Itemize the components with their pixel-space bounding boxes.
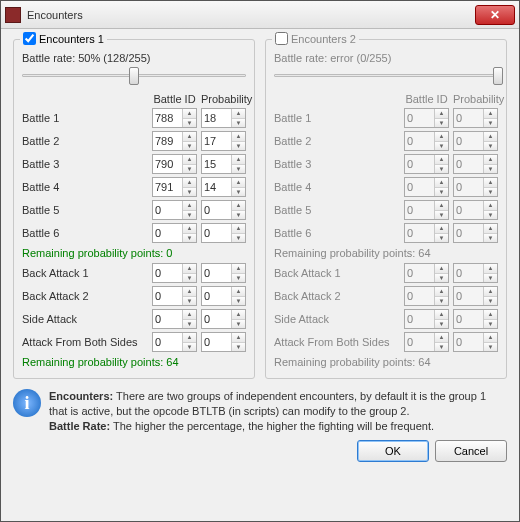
battle-id-stepper[interactable]: ▲ ▼ — [152, 177, 197, 197]
app-icon — [5, 7, 21, 23]
probability-stepper-input[interactable] — [202, 132, 231, 150]
spin-up-icon[interactable]: ▲ — [183, 264, 196, 274]
probability-stepper-input[interactable] — [202, 224, 231, 242]
spin-down-icon[interactable]: ▼ — [232, 320, 245, 329]
spin-down-icon[interactable]: ▼ — [232, 188, 245, 197]
spin-down-icon[interactable]: ▼ — [183, 274, 196, 283]
spin-up-icon[interactable]: ▲ — [232, 178, 245, 188]
battle-id-stepper[interactable]: ▲ ▼ — [152, 154, 197, 174]
probability-stepper-input[interactable] — [202, 264, 231, 282]
group-checkbox[interactable] — [275, 32, 288, 45]
battle-id-stepper-input[interactable] — [153, 178, 182, 196]
probability-stepper-input[interactable] — [202, 201, 231, 219]
spin-down-icon[interactable]: ▼ — [183, 343, 196, 352]
battle-id-stepper-input[interactable] — [153, 109, 182, 127]
spin-up-icon[interactable]: ▲ — [183, 132, 196, 142]
probability-stepper-input — [454, 178, 483, 196]
spin-up-icon[interactable]: ▲ — [183, 201, 196, 211]
spin-up-icon[interactable]: ▲ — [183, 310, 196, 320]
probability-stepper-input[interactable] — [202, 178, 231, 196]
spin-up-icon[interactable]: ▲ — [183, 224, 196, 234]
battle-id-stepper[interactable]: ▲ ▼ — [152, 286, 197, 306]
battle-id-stepper[interactable]: ▲ ▼ — [152, 309, 197, 329]
probability-stepper-input[interactable] — [202, 109, 231, 127]
battle-id-stepper-input[interactable] — [153, 201, 182, 219]
slider-thumb[interactable] — [129, 67, 139, 85]
spin-up-icon[interactable]: ▲ — [232, 109, 245, 119]
spin-down-icon: ▼ — [435, 119, 448, 128]
battle-id-stepper: ▲ ▼ — [404, 131, 449, 151]
battle-id-stepper[interactable]: ▲ ▼ — [152, 263, 197, 283]
probability-stepper[interactable]: ▲ ▼ — [201, 309, 246, 329]
spin-up-icon[interactable]: ▲ — [183, 155, 196, 165]
spin-down-icon[interactable]: ▼ — [183, 297, 196, 306]
probability-stepper[interactable]: ▲ ▼ — [201, 131, 246, 151]
battle-id-stepper-input[interactable] — [153, 132, 182, 150]
battle-id-stepper[interactable]: ▲ ▼ — [152, 200, 197, 220]
spin-up-icon[interactable]: ▲ — [232, 287, 245, 297]
spin-down-icon[interactable]: ▼ — [232, 165, 245, 174]
spin-down-icon[interactable]: ▼ — [232, 274, 245, 283]
battle-rate-slider — [274, 67, 498, 85]
probability-stepper[interactable]: ▲ ▼ — [201, 263, 246, 283]
spin-up-icon[interactable]: ▲ — [232, 224, 245, 234]
row-label: Battle 6 — [22, 227, 148, 239]
spin-up-icon: ▲ — [484, 178, 497, 188]
spin-down-icon[interactable]: ▼ — [183, 119, 196, 128]
spin-down-icon[interactable]: ▼ — [183, 320, 196, 329]
spin-down-icon[interactable]: ▼ — [232, 297, 245, 306]
battle-row: Battle 3 ▲ ▼ ▲ ▼ — [22, 154, 246, 174]
battle-row: Back Attack 2 ▲ ▼ ▲ ▼ — [274, 286, 498, 306]
spin-up-icon[interactable]: ▲ — [232, 333, 245, 343]
battle-id-stepper[interactable]: ▲ ▼ — [152, 223, 197, 243]
battle-id-stepper[interactable]: ▲ ▼ — [152, 108, 197, 128]
probability-stepper[interactable]: ▲ ▼ — [201, 154, 246, 174]
spin-down-icon[interactable]: ▼ — [232, 234, 245, 243]
battle-id-stepper-input[interactable] — [153, 155, 182, 173]
group-checkbox[interactable] — [23, 32, 36, 45]
spin-down-icon[interactable]: ▼ — [232, 119, 245, 128]
cancel-button[interactable]: Cancel — [435, 440, 507, 462]
spin-down-icon[interactable]: ▼ — [232, 211, 245, 220]
spin-up-icon[interactable]: ▲ — [183, 178, 196, 188]
spin-down-icon[interactable]: ▼ — [232, 142, 245, 151]
spin-down-icon[interactable]: ▼ — [183, 188, 196, 197]
spin-up-icon[interactable]: ▲ — [232, 155, 245, 165]
probability-stepper[interactable]: ▲ ▼ — [201, 200, 246, 220]
spin-down-icon[interactable]: ▼ — [183, 234, 196, 243]
spin-up-icon[interactable]: ▲ — [232, 132, 245, 142]
close-button[interactable]: ✕ — [475, 5, 515, 25]
probability-stepper[interactable]: ▲ ▼ — [201, 177, 246, 197]
probability-stepper[interactable]: ▲ ▼ — [201, 223, 246, 243]
probability-stepper[interactable]: ▲ ▼ — [201, 108, 246, 128]
spin-up-icon[interactable]: ▲ — [183, 287, 196, 297]
battle-id-stepper-input[interactable] — [153, 310, 182, 328]
spin-down-icon[interactable]: ▼ — [183, 142, 196, 151]
battle-id-stepper: ▲ ▼ — [404, 154, 449, 174]
spin-down-icon[interactable]: ▼ — [183, 165, 196, 174]
battle-id-stepper-input[interactable] — [153, 224, 182, 242]
battle-id-stepper-input[interactable] — [153, 287, 182, 305]
probability-stepper-input[interactable] — [202, 155, 231, 173]
battle-id-stepper: ▲ ▼ — [404, 200, 449, 220]
battle-id-stepper[interactable]: ▲ ▼ — [152, 332, 197, 352]
probability-stepper-input[interactable] — [202, 333, 231, 351]
battle-rate-slider[interactable] — [22, 67, 246, 85]
probability-stepper-input[interactable] — [202, 287, 231, 305]
spin-up-icon[interactable]: ▲ — [183, 333, 196, 343]
probability-stepper[interactable]: ▲ ▼ — [201, 286, 246, 306]
probability-stepper: ▲ ▼ — [453, 131, 498, 151]
spin-up-icon[interactable]: ▲ — [232, 201, 245, 211]
probability-stepper-input[interactable] — [202, 310, 231, 328]
spin-up-icon[interactable]: ▲ — [232, 264, 245, 274]
spin-down-icon[interactable]: ▼ — [232, 343, 245, 352]
battle-id-stepper-input[interactable] — [153, 333, 182, 351]
probability-stepper[interactable]: ▲ ▼ — [201, 332, 246, 352]
spin-up-icon[interactable]: ▲ — [183, 109, 196, 119]
battle-id-stepper-input[interactable] — [153, 264, 182, 282]
battle-id-stepper[interactable]: ▲ ▼ — [152, 131, 197, 151]
spin-up-icon[interactable]: ▲ — [232, 310, 245, 320]
probability-stepper-input — [454, 224, 483, 242]
ok-button[interactable]: OK — [357, 440, 429, 462]
spin-down-icon[interactable]: ▼ — [183, 211, 196, 220]
